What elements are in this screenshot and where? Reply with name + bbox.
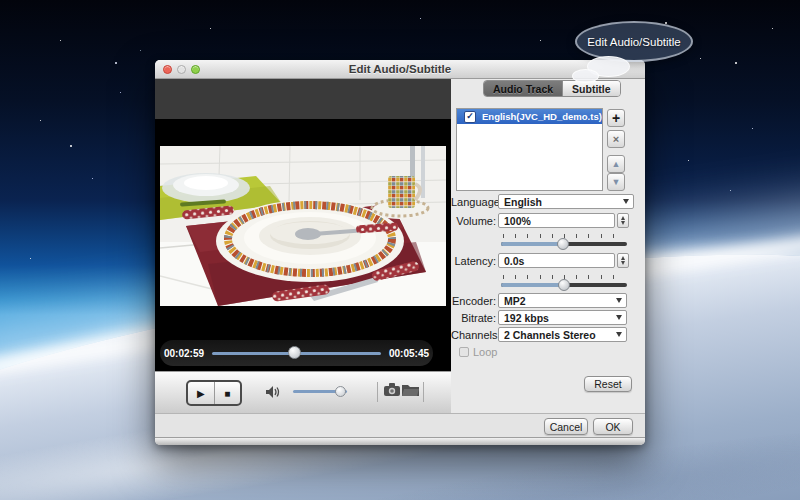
volume-level-slider[interactable] — [501, 234, 627, 248]
dropdown-arrow-icon — [616, 315, 622, 320]
playback-time-strip: 00:02:59 00:05:45 — [160, 340, 433, 366]
slider-thumb[interactable] — [557, 238, 569, 250]
move-up-button[interactable]: ▲ — [607, 155, 625, 173]
loop-checkbox[interactable] — [459, 347, 469, 357]
window-bottom-edge — [155, 437, 645, 445]
current-time: 00:02:59 — [160, 348, 208, 359]
video-preview-panel: 00:02:59 00:05:45 ▶ ■ — [155, 79, 451, 413]
tab-audio-track[interactable]: Audio Track — [484, 81, 562, 96]
annotation-callout: Edit Audio/Subtitle — [575, 21, 693, 62]
starfield-bright — [0, 0, 2, 2]
track-label: English(JVC_HD_demo.ts) — [482, 111, 602, 122]
add-track-button[interactable]: + — [607, 109, 625, 127]
window-content: 00:02:59 00:05:45 ▶ ■ — [155, 79, 645, 413]
audio-track-list[interactable]: ✓ English(JVC_HD_demo.ts) — [456, 108, 603, 191]
seek-slider-thumb[interactable] — [288, 346, 301, 359]
encoder-label: Encoder: — [451, 295, 496, 307]
annotation-label: Edit Audio/Subtitle — [587, 36, 680, 48]
loop-option: Loop — [459, 346, 497, 358]
dropdown-arrow-icon — [616, 298, 622, 303]
latency-input[interactable]: 0.0s — [498, 253, 615, 268]
bitrate-value: 192 kbps — [504, 312, 549, 324]
list-item[interactable]: ✓ English(JVC_HD_demo.ts) — [457, 109, 602, 124]
language-value: English — [504, 196, 542, 208]
callout-trail-small — [572, 69, 599, 83]
channels-label: Channels: — [451, 329, 496, 341]
encoder-value: MP2 — [504, 295, 526, 307]
stop-button[interactable]: ■ — [215, 382, 241, 404]
dialog-footer: Cancel OK — [155, 413, 645, 438]
cancel-button[interactable]: Cancel — [544, 418, 588, 435]
bitrate-dropdown[interactable]: 192 kbps — [498, 310, 627, 325]
seek-slider[interactable] — [212, 352, 381, 355]
dropdown-arrow-icon — [616, 332, 622, 337]
volume-slider[interactable] — [293, 390, 347, 393]
video-frame-illustration — [160, 146, 446, 306]
volume-slider-thumb[interactable] — [335, 386, 346, 397]
channels-dropdown[interactable]: 2 Channels Stereo — [498, 327, 627, 342]
latency-label: Latency: — [451, 255, 496, 267]
speaker-icon — [265, 384, 283, 400]
ok-button[interactable]: OK — [593, 418, 633, 435]
volume-label: Volume: — [451, 215, 496, 227]
edit-audio-subtitle-window: Edit Audio/Subtitle — [155, 60, 645, 445]
channels-value: 2 Channels Stereo — [504, 329, 596, 341]
volume-value: 100% — [504, 215, 531, 227]
total-time: 00:05:45 — [385, 348, 433, 359]
bitrate-label: Bitrate: — [451, 312, 496, 324]
slider-thumb[interactable] — [558, 279, 570, 291]
dropdown-arrow-icon — [623, 199, 629, 204]
move-down-button[interactable]: ▼ — [607, 173, 625, 191]
transport-buttons: ▶ ■ — [186, 380, 242, 406]
player-controls-bar: ▶ ■ — [155, 371, 451, 413]
divider — [377, 382, 378, 402]
open-folder-icon[interactable] — [402, 383, 419, 396]
volume-stepper[interactable] — [617, 213, 629, 228]
volume-input[interactable]: 100% — [498, 213, 615, 228]
audio-settings-panel: Audio Track Subtitle ✓ English(JVC_HD_de… — [451, 79, 645, 413]
latency-slider[interactable] — [501, 275, 627, 289]
play-button[interactable]: ▶ — [188, 382, 215, 404]
slider-fill — [501, 242, 563, 246]
snapshot-camera-icon[interactable] — [384, 383, 400, 396]
slider-fill — [501, 283, 564, 287]
tab-subtitle[interactable]: Subtitle — [562, 81, 620, 96]
latency-stepper[interactable] — [617, 253, 629, 268]
language-label: Language: — [451, 196, 496, 208]
play-icon: ▶ — [197, 388, 205, 399]
video-letterbox-top — [155, 79, 451, 119]
language-dropdown[interactable]: English — [498, 194, 634, 209]
loop-label: Loop — [473, 346, 497, 358]
divider — [423, 382, 424, 402]
desktop: Edit Audio/Subtitle — [0, 0, 800, 500]
remove-track-button[interactable]: × — [607, 130, 625, 148]
reset-button[interactable]: Reset — [584, 376, 632, 392]
encoder-dropdown[interactable]: MP2 — [498, 293, 627, 308]
latency-value: 0.0s — [504, 255, 524, 267]
track-checkbox[interactable]: ✓ — [464, 111, 476, 123]
tab-bar: Audio Track Subtitle — [483, 80, 621, 97]
stop-icon: ■ — [224, 388, 230, 399]
